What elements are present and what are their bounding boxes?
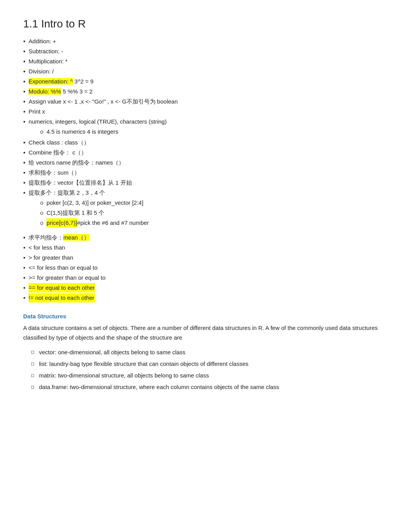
bullet-multiplication: Multiplication: * <box>23 57 387 66</box>
ds-item-vector: vector: one-dimensional, all objects bel… <box>31 348 387 357</box>
bullet-types: numerics, integers, logical (TRUE), char… <box>23 117 387 137</box>
bullet-less-than-text: < for less than <box>29 243 65 252</box>
bullet-subtraction-text: Subtraction: - <box>29 47 63 56</box>
types-subitem: 4.5 is numerics 4 is integers <box>40 127 167 136</box>
bullet-lte-text: <= for less than or equal to <box>29 263 97 272</box>
bullet-gte-text: >= for greater than or equal to <box>29 273 105 282</box>
not-equal-highlight: != not equal to each other <box>29 293 95 303</box>
ds-list-text: list: laundry-bag type flexible structur… <box>39 359 387 369</box>
bullet-extract-multi-content: 提取多个：提取第 2，3，4 个 poker [c(2, 3, 4)] or p… <box>29 188 149 228</box>
page-title: 1.1 Intro to R <box>23 15 387 33</box>
bullet-exponentiation-label: Exponentiation: ^ 3^2 = 9 <box>29 77 93 86</box>
price-highlight: price[c(6,7)] <box>46 218 77 228</box>
extract-sub-1: poker [c(2, 3, 4)] or poker_vector [2:4] <box>40 198 149 207</box>
extract-sub-3: price[c(6,7)] #pick the #6 and #7 number <box>40 218 149 228</box>
data-structures-heading: Data Structures <box>23 312 387 321</box>
main-bullet-list: Addition: + Subtraction: - Multiplicatio… <box>23 37 387 303</box>
bullet-equal: == for equal to each other <box>23 283 387 292</box>
types-sublist: 4.5 is numerics 4 is integers <box>40 127 167 136</box>
modulo-highlight: Modulo: %% <box>29 88 61 95</box>
bullet-addition-text: Addition: + <box>29 37 56 46</box>
bullet-extract: 提取指令：vector【位置排名】从 1 开始 <box>23 178 387 187</box>
ds-matrix-text: matrix: two-dimensional structure, all o… <box>39 371 387 380</box>
ds-item-matrix: matrix: two-dimensional structure, all o… <box>31 371 387 380</box>
extract-sub-2-text: C(1,5)提取第 1 和 5 个 <box>46 208 104 218</box>
bullet-assign-text: Assign value x <- 1 ,x <- "Go!" , x <- G… <box>29 97 178 106</box>
bullet-greater-than: > for greater than <box>23 253 387 262</box>
data-structures-list: vector: one-dimensional, all objects bel… <box>31 348 387 392</box>
exponentiation-highlight: Exponentiation: ^ <box>29 78 73 85</box>
equal-highlight: == for equal to each other <box>29 283 95 292</box>
bullet-less-than: < for less than <box>23 243 387 252</box>
exponentiation-rest: 3^2 = 9 <box>73 78 93 85</box>
price-rest: #pick the #6 and #7 number <box>77 218 149 228</box>
bullet-not-equal: != not equal to each other <box>23 293 387 303</box>
bullet-combine-text: Combine 指令： c（） <box>29 148 87 157</box>
bullet-names: 给 vectors name 的指令：names（） <box>23 158 387 167</box>
bullet-mean-label: 求平均指令： <box>29 234 63 241</box>
extract-multi-sublist: poker [c(2, 3, 4)] or poker_vector [2:4]… <box>40 198 149 228</box>
bullet-types-text: numerics, integers, logical (TRUE), char… <box>29 118 167 125</box>
ds-item-list: list: laundry-bag type flexible structur… <box>31 359 387 369</box>
bullet-division-text: Division: / <box>29 67 54 76</box>
data-structures-paragraph: A data structure contains a set of objec… <box>23 323 387 343</box>
bullet-modulo: Modulo: %% 5 %% 3 = 2 <box>23 87 387 96</box>
bullet-subtraction: Subtraction: - <box>23 47 387 56</box>
ds-vector-text: vector: one-dimensional, all objects bel… <box>39 348 387 357</box>
extract-sub-2: C(1,5)提取第 1 和 5 个 <box>40 208 149 218</box>
bullet-division: Division: / <box>23 67 387 76</box>
extract-sub-1-text: poker [c(2, 3, 4)] or poker_vector [2:4] <box>46 198 143 207</box>
bullet-exponentiation: Exponentiation: ^ 3^2 = 9 <box>23 77 387 86</box>
bullet-lte: <= for less than or equal to <box>23 263 387 272</box>
bullet-combine: Combine 指令： c（） <box>23 148 387 157</box>
bullet-check-class-text: Check class : class（） <box>29 138 90 147</box>
bullet-multiplication-text: Multiplication: * <box>29 57 68 66</box>
bullet-sum-text: 求和指令：sum（） <box>29 168 80 177</box>
bullet-mean-content: 求平均指令：mean（） <box>29 233 90 242</box>
modulo-rest: 5 %% 3 = 2 <box>61 88 92 95</box>
bullet-extract-text: 提取指令：vector【位置排名】从 1 开始 <box>29 178 132 187</box>
bullet-print: Print x <box>23 107 387 116</box>
bullet-greater-than-text: > for greater than <box>29 253 73 262</box>
bullet-print-text: Print x <box>29 107 45 116</box>
ds-dataframe-text: data.frame: two-dimensional structure, w… <box>39 382 387 392</box>
bullet-extract-multi-text: 提取多个：提取第 2，3，4 个 <box>29 189 105 196</box>
bullet-names-text: 给 vectors name 的指令：names（） <box>29 158 124 167</box>
bullet-extract-multi: 提取多个：提取第 2，3，4 个 poker [c(2, 3, 4)] or p… <box>23 188 387 228</box>
bullet-addition: Addition: + <box>23 37 387 46</box>
types-subitem-text: 4.5 is numerics 4 is integers <box>46 127 118 136</box>
bullet-modulo-content: Modulo: %% 5 %% 3 = 2 <box>29 87 93 96</box>
bullet-gte: >= for greater than or equal to <box>23 273 387 282</box>
bullet-types-content: numerics, integers, logical (TRUE), char… <box>29 117 167 137</box>
bullet-sum: 求和指令：sum（） <box>23 168 387 177</box>
data-structures-section: Data Structures A data structure contain… <box>23 312 387 392</box>
bullet-assign: Assign value x <- 1 ,x <- "Go!" , x <- G… <box>23 97 387 106</box>
bullet-mean: 求平均指令：mean（） <box>23 233 387 242</box>
bullet-check-class: Check class : class（） <box>23 138 387 147</box>
ds-item-dataframe: data.frame: two-dimensional structure, w… <box>31 382 387 392</box>
mean-highlight: mean（） <box>63 234 90 241</box>
